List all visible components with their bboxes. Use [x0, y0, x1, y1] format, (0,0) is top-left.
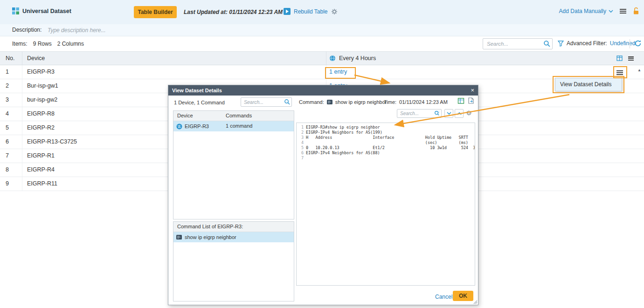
entry-link[interactable]: 1 entry [329, 68, 347, 75]
output-settings-gear-icon[interactable] [466, 110, 472, 116]
command-list-item-selected[interactable]: show ip eigrp neighbor [173, 232, 294, 242]
command-label: Command: [299, 99, 324, 105]
advanced-filter-label[interactable]: Advanced Filter: [567, 40, 607, 47]
description-input[interactable] [48, 26, 197, 35]
items-label: Items: [12, 41, 28, 47]
line-text: EIGRP-IPv4 Neighbors for AS(88) [306, 151, 380, 156]
command-value: show ip eigrp neighbor [335, 99, 387, 105]
line-number: 1 [297, 125, 306, 130]
command-info-line: Command: show ip eigrp neighbor [299, 99, 387, 105]
row-number-cell: 4 [0, 107, 22, 121]
find-next-button[interactable] [444, 109, 453, 118]
line-number: 4 [297, 140, 306, 145]
line-number: 2 [297, 130, 306, 135]
app-brand: Universal Dataset [12, 7, 71, 14]
search-input[interactable] [483, 38, 553, 49]
add-data-manually-button[interactable]: Add Data Manually [559, 8, 613, 14]
description-label: Description: [12, 27, 42, 33]
refresh-icon[interactable] [634, 40, 642, 47]
output-search [397, 109, 442, 118]
search-icon[interactable] [543, 40, 550, 47]
search-icon[interactable] [284, 99, 290, 105]
output-line: 2 EIGRP-IPv4 Neighbors for AS(199) [297, 130, 475, 135]
find-prev-button[interactable] [455, 109, 464, 118]
output-line: 4 (sec) (ms) Cnt Num [297, 140, 475, 145]
row-number-cell: 8 [0, 163, 22, 177]
schedule-column-label: Every 4 Hours [339, 55, 376, 62]
advanced-filter-control[interactable]: Advanced Filter: Undefined [558, 40, 635, 47]
app-icon [12, 7, 19, 14]
table-row: 1 EIGRP-R3 1 entry [0, 65, 644, 79]
dialog-summary: 1 Device, 1 Command [174, 100, 225, 105]
table-menu-icon[interactable] [628, 56, 634, 61]
row-number-cell: 2 [0, 79, 22, 93]
time-info-line: Time: 01/11/2024 12:23 AM [384, 99, 448, 105]
command-list-panel: Command List of EIGRP-R3: show ip eigrp … [173, 221, 294, 301]
row-number-cell: 5 [0, 121, 22, 135]
column-header-no: No. [0, 52, 22, 65]
device-row-selected[interactable]: EIGRP-R3 1 command [173, 121, 294, 131]
filter-funnel-icon[interactable] [558, 41, 564, 47]
row-menu-icon[interactable] [616, 70, 623, 75]
line-number: 7 [297, 156, 306, 161]
device-column-header: Device [173, 111, 222, 121]
output-action-icons [457, 97, 474, 104]
table-builder-button[interactable]: Table Builder [134, 6, 177, 18]
line-text: 0 10.20.0.13 Et1/2 10 3w1d 524 3144 0 62 [306, 145, 475, 151]
row-number-cell: 9 [0, 177, 22, 191]
lock-icon[interactable] [633, 7, 639, 15]
row-context-menu: View Dataset Details [555, 78, 622, 91]
time-label: Time: [384, 99, 396, 105]
menu-item-view-dataset-details[interactable]: View Dataset Details [555, 78, 622, 91]
line-text: H Address Interface Hold Uptime SRTT RTO… [306, 135, 475, 140]
row-number-cell: 6 [0, 135, 22, 149]
chevron-down-icon [447, 112, 451, 115]
device-name-cell: EIGRP-R3 [22, 65, 326, 79]
line-number: 3 [297, 135, 306, 140]
items-summary: Items: 9 Rows 2 Columns [12, 41, 84, 47]
dialog-title: View Dataset Details [168, 85, 478, 96]
device-search [241, 97, 292, 107]
scrollbar-up-icon[interactable]: ▲ [637, 68, 641, 72]
search-dropdown-icon[interactable] [434, 110, 440, 116]
page-title: Universal Dataset [22, 8, 71, 14]
top-right-controls: Add Data Manually [559, 7, 639, 15]
chevron-up-icon [457, 112, 462, 115]
ok-button[interactable]: OK [453, 291, 473, 301]
add-data-manually-label[interactable]: Add Data Manually [559, 8, 606, 14]
command-count-cell[interactable]: 1 command [222, 121, 294, 131]
play-icon[interactable] [284, 8, 291, 15]
universal-dataset-page: Universal Dataset Table Builder Last Upd… [0, 0, 644, 308]
column-settings-icon[interactable] [616, 55, 623, 61]
page-menu-icon[interactable] [620, 9, 626, 14]
line-text: EIGRP-R3#show ip eigrp neighbor [306, 125, 380, 130]
export-icon[interactable] [468, 97, 474, 104]
advanced-filter-value[interactable]: Undefined [610, 40, 636, 47]
line-number: 5 [297, 145, 306, 151]
close-icon[interactable]: × [471, 85, 474, 96]
rows-count: 9 Rows [33, 41, 52, 47]
table-view-icon[interactable] [457, 98, 464, 104]
column-header-schedule: Every 4 Hours [326, 52, 616, 65]
command-icon [327, 100, 332, 104]
top-bar: Universal Dataset Table Builder Last Upd… [0, 0, 644, 24]
device-table-header: No. Device Every 4 Hours [0, 51, 644, 65]
device-cell[interactable]: EIGRP-R3 [173, 121, 222, 131]
device-icon [176, 123, 182, 130]
rebuild-table-control[interactable]: Rebuild Table [284, 8, 338, 15]
table-toolbar: Items: 9 Rows 2 Columns Advanced Filter:… [0, 36, 644, 51]
command-list-item-label[interactable]: show ip eigrp neighbor [185, 234, 236, 240]
output-line: 5 0 10.20.0.13 Et1/2 10 3w1d 524 3144 0 … [297, 145, 475, 151]
output-line: 3 H Address Interface Hold Uptime SRTT R… [297, 135, 475, 140]
resize-handle[interactable] [473, 300, 478, 304]
rebuild-settings-gear-icon[interactable] [331, 8, 338, 15]
device-name[interactable]: EIGRP-R3 [185, 122, 209, 131]
rebuild-table-label[interactable]: Rebuild Table [294, 8, 328, 15]
device-command-table: Device Commands EIGRP-R3 1 command [173, 110, 294, 219]
last-updated-text: Last Updated at: 01/11/2024 12:23 AM [184, 9, 283, 15]
command-icon [176, 235, 182, 240]
cancel-button[interactable]: Cancel [435, 294, 452, 300]
output-line: 6 EIGRP-IPv4 Neighbors for AS(88) [297, 151, 475, 156]
columns-count: 2 Columns [57, 41, 84, 47]
row-number-cell: 7 [0, 149, 22, 163]
